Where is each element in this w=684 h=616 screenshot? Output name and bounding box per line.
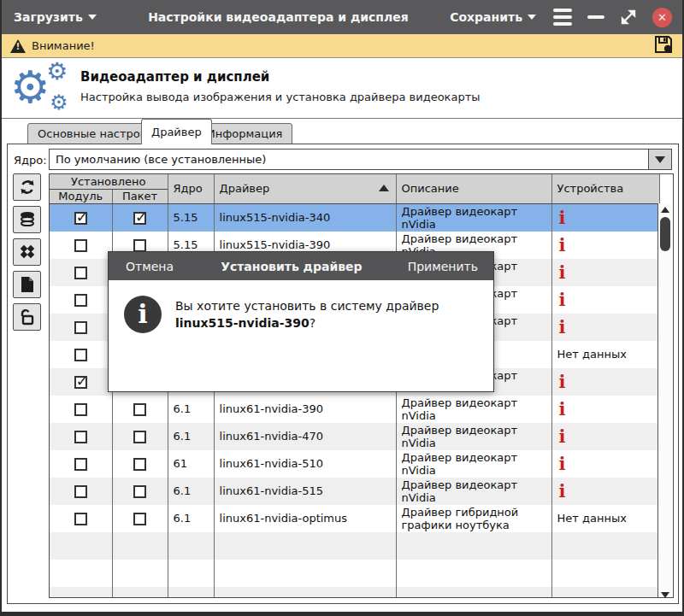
package-checkbox[interactable] xyxy=(133,431,146,443)
module-cell[interactable] xyxy=(50,286,112,314)
package-cell[interactable] xyxy=(112,450,168,478)
table-row[interactable]: 6.1linux61-nvidia-390Драйвер видеокарт n… xyxy=(50,396,659,423)
package-cell[interactable] xyxy=(112,478,168,505)
tab-label: Драйвер xyxy=(151,126,202,138)
module-checkbox[interactable] xyxy=(74,513,87,525)
device-info-icon[interactable]: i xyxy=(552,236,566,254)
device-info-icon[interactable]: i xyxy=(552,482,566,500)
module-cell[interactable] xyxy=(50,259,112,286)
module-cell xyxy=(50,560,112,587)
module-checkbox[interactable] xyxy=(74,431,87,443)
module-cell[interactable] xyxy=(50,314,112,341)
save-file-icon[interactable] xyxy=(653,34,674,57)
module-cell[interactable] xyxy=(50,478,112,505)
package-checkbox[interactable] xyxy=(133,212,146,225)
column-header-driver[interactable]: Драйвер xyxy=(214,174,396,203)
column-header-devices[interactable]: Устройства xyxy=(551,174,659,203)
menu-icon[interactable] xyxy=(553,9,572,26)
kernel-cell: 6.1 xyxy=(168,478,214,505)
table-row[interactable]: 61linux61-nvidia-510Драйвер видеокарт nV… xyxy=(50,450,659,478)
driver-cell xyxy=(214,532,396,560)
maximize-icon[interactable] xyxy=(620,9,637,26)
kernel-cell: 61 xyxy=(168,450,214,478)
triangle-down-icon xyxy=(661,592,669,598)
table-row[interactable]: 6.1linux61-nvidia-515Драйвер видеокарт n… xyxy=(50,478,659,505)
table-row[interactable]: 5.15linux515-nvidia-340Драйвер видеокарт… xyxy=(50,203,659,232)
module-checkbox[interactable] xyxy=(74,212,87,225)
table-row[interactable]: 6.1linux61-nvidia-optimusДрайвер гибридн… xyxy=(50,505,659,532)
module-checkbox[interactable] xyxy=(74,376,87,389)
device-info-icon[interactable]: i xyxy=(552,208,566,226)
device-info-icon[interactable]: i xyxy=(552,290,566,308)
apply-button[interactable]: Применить xyxy=(392,260,493,273)
module-cell[interactable] xyxy=(50,396,112,423)
module-checkbox[interactable] xyxy=(74,349,87,361)
table-row[interactable] xyxy=(50,532,659,560)
close-icon[interactable]: ✕ xyxy=(652,8,672,27)
package-cell[interactable] xyxy=(112,203,168,232)
file-button[interactable] xyxy=(13,271,41,298)
package-cell[interactable] xyxy=(112,396,168,423)
package-checkbox[interactable] xyxy=(133,403,146,416)
device-info-icon[interactable]: i xyxy=(552,400,566,418)
device-info-icon[interactable]: i xyxy=(552,455,566,472)
combo-dropdown-button[interactable] xyxy=(648,150,671,169)
scroll-up-button[interactable] xyxy=(658,203,672,216)
scroll-down-button[interactable] xyxy=(658,589,672,598)
column-header-description[interactable]: Описание xyxy=(396,174,551,203)
column-header-kernel[interactable]: Ядро xyxy=(168,174,214,203)
save-menu-button[interactable]: Сохранить xyxy=(448,10,538,24)
minimize-icon[interactable] xyxy=(587,15,604,19)
device-info-icon[interactable]: i xyxy=(552,263,566,281)
device-info-icon[interactable]: i xyxy=(552,318,566,336)
packages-button[interactable] xyxy=(13,238,41,266)
scrollbar-thumb[interactable] xyxy=(660,217,670,251)
package-cell[interactable] xyxy=(112,423,168,450)
column-header-module[interactable]: Модуль xyxy=(50,189,112,203)
devices-cell: i xyxy=(551,286,659,314)
column-header-package[interactable]: Пакет xyxy=(112,189,168,203)
module-checkbox[interactable] xyxy=(74,403,87,416)
dialog-driver-name: linux515-nvidia-390 xyxy=(175,316,310,330)
table-row[interactable] xyxy=(50,560,659,587)
sort-asc-icon xyxy=(379,185,389,191)
vertical-scrollbar[interactable] xyxy=(657,203,672,598)
package-checkbox[interactable] xyxy=(133,485,146,498)
kernel-filter-select[interactable]: По умолчанию (все установленные) xyxy=(49,149,672,170)
load-menu-button[interactable]: Загрузить xyxy=(2,10,109,24)
refresh-button[interactable] xyxy=(13,173,41,201)
table-row[interactable] xyxy=(50,587,659,599)
module-checkbox[interactable] xyxy=(74,267,87,279)
database-button[interactable] xyxy=(13,206,41,233)
warning-icon xyxy=(10,39,26,53)
cancel-button[interactable]: Отмена xyxy=(109,260,191,273)
module-cell[interactable] xyxy=(50,368,112,396)
package-cell[interactable] xyxy=(112,505,168,532)
save-menu-label: Сохранить xyxy=(450,10,522,24)
module-checkbox[interactable] xyxy=(74,321,87,334)
module-cell[interactable] xyxy=(50,341,112,368)
device-info-icon[interactable]: i xyxy=(552,373,566,390)
column-header-installed[interactable]: Установлено xyxy=(50,174,168,189)
package-checkbox[interactable] xyxy=(133,513,146,525)
table-row[interactable]: 6.1linux61-nvidia-470Драйвер видеокарт n… xyxy=(50,423,659,450)
tab-driver[interactable]: Драйвер xyxy=(141,119,212,144)
module-cell[interactable] xyxy=(50,423,112,450)
module-cell xyxy=(50,587,112,599)
module-cell[interactable] xyxy=(50,203,112,232)
device-info-icon[interactable]: i xyxy=(552,427,566,445)
module-cell[interactable] xyxy=(50,505,112,532)
unlock-button[interactable] xyxy=(13,303,41,331)
warning-label: Внимание! xyxy=(32,39,95,52)
gears-icon: ⚙⚙⚙ xyxy=(9,60,77,116)
module-cell[interactable] xyxy=(50,450,112,478)
devices-cell: i xyxy=(551,450,659,478)
module-cell[interactable] xyxy=(50,232,112,259)
package-checkbox[interactable] xyxy=(133,239,146,252)
devices-cell: i xyxy=(551,396,659,423)
module-checkbox[interactable] xyxy=(74,239,87,252)
module-checkbox[interactable] xyxy=(74,485,87,498)
module-checkbox[interactable] xyxy=(74,294,87,307)
package-checkbox[interactable] xyxy=(133,458,146,471)
module-checkbox[interactable] xyxy=(74,458,87,471)
